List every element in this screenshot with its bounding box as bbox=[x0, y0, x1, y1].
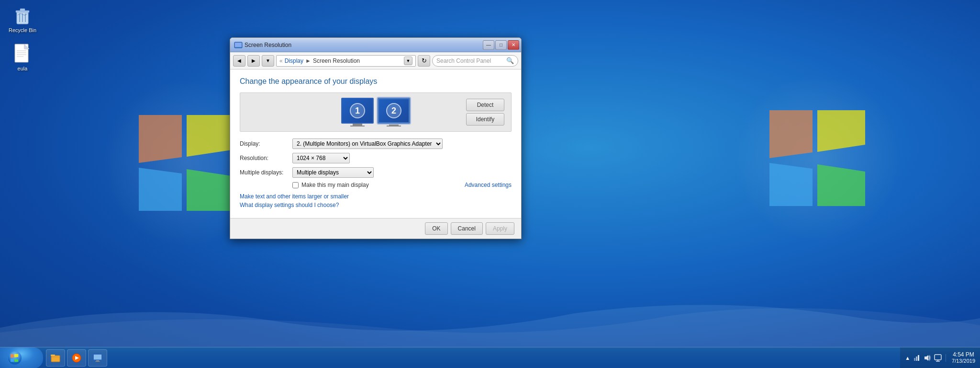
window-footer: OK Cancel Apply bbox=[230, 218, 521, 239]
main-display-checkbox[interactable] bbox=[292, 182, 299, 188]
breadcrumb-separator: ► bbox=[305, 58, 311, 64]
svg-rect-17 bbox=[51, 355, 55, 356]
breadcrumb-display[interactable]: Display bbox=[285, 58, 303, 64]
breadcrumb-back-icon: « bbox=[279, 58, 283, 64]
eula-label: eula bbox=[18, 66, 28, 71]
window-title: Screen Resolution bbox=[245, 42, 291, 48]
window-content: Change the appearance of your displays 1… bbox=[230, 69, 521, 218]
detect-button[interactable]: Detect bbox=[466, 99, 504, 111]
resolution-row: Resolution: 1024 × 768 bbox=[240, 153, 512, 163]
svg-rect-28 bbox=[935, 355, 941, 360]
tray-show-hidden-icon[interactable]: ▲ bbox=[905, 355, 910, 361]
resolution-control: 1024 × 768 bbox=[292, 153, 512, 163]
monitor-1-icon[interactable]: 1 bbox=[341, 98, 374, 126]
tray-action-center-icon bbox=[934, 354, 942, 362]
win-logo-right bbox=[726, 67, 908, 249]
recent-button[interactable]: ▼ bbox=[262, 55, 274, 67]
svg-rect-14 bbox=[235, 43, 242, 47]
tray-network-icon bbox=[913, 354, 921, 362]
monitor-2-number: 2 bbox=[386, 103, 401, 118]
monitor-2-screen: 2 bbox=[378, 98, 410, 124]
text-size-link[interactable]: Make text and other items larger or smal… bbox=[240, 193, 349, 200]
back-button[interactable]: ◀ bbox=[233, 55, 245, 67]
titlebar: Screen Resolution — □ ✕ bbox=[230, 38, 521, 52]
advanced-settings-link[interactable]: Advanced settings bbox=[465, 182, 512, 188]
multiple-displays-control: Multiple displays bbox=[292, 167, 512, 178]
svg-point-1 bbox=[731, 72, 903, 244]
clock-date: 7/13/2019 bbox=[952, 358, 975, 364]
taskbar: ▲ bbox=[0, 347, 980, 368]
taskbar-media-button[interactable] bbox=[67, 349, 86, 367]
cancel-button[interactable]: Cancel bbox=[451, 222, 483, 235]
svg-marker-27 bbox=[924, 355, 928, 361]
svg-point-15 bbox=[8, 351, 22, 365]
display-control: 2. (Multiple Monitors) on VirtualBox Gra… bbox=[292, 138, 512, 149]
resolution-dropdown[interactable]: 1024 × 768 bbox=[292, 153, 350, 163]
resolution-label: Resolution: bbox=[240, 155, 292, 161]
display-dropdown[interactable]: 2. (Multiple Monitors) on VirtualBox Gra… bbox=[292, 138, 443, 149]
link-row-1: Make text and other items larger or smal… bbox=[240, 193, 512, 200]
ok-button[interactable]: OK bbox=[425, 222, 447, 235]
multiple-displays-dropdown[interactable]: Multiple displays bbox=[292, 167, 374, 178]
eula-icon[interactable]: eula bbox=[6, 43, 39, 71]
svg-rect-25 bbox=[916, 356, 917, 361]
start-button[interactable] bbox=[0, 347, 43, 368]
monitors-container: 1 2 bbox=[341, 98, 410, 126]
search-bar[interactable]: Search Control Panel 🔍 bbox=[432, 55, 518, 67]
monitor-1-screen: 1 bbox=[341, 98, 374, 124]
monitor-1-stand bbox=[350, 126, 365, 126]
titlebar-controls: — □ ✕ bbox=[483, 40, 519, 50]
monitor-2-stand bbox=[387, 126, 401, 126]
system-clock[interactable]: 4:54 PM 7/13/2019 bbox=[948, 351, 975, 365]
svg-rect-23 bbox=[95, 361, 100, 362]
forward-button[interactable]: ▶ bbox=[247, 55, 260, 67]
main-display-label: Make this my main display bbox=[301, 182, 369, 188]
minimize-button[interactable]: — bbox=[483, 40, 494, 50]
addressbar: ◀ ▶ ▼ « Display ► Screen Resolution ▼ ↻ … bbox=[230, 52, 521, 69]
svg-rect-26 bbox=[918, 355, 919, 361]
window-heading: Change the appearance of your displays bbox=[240, 77, 512, 86]
display-row: Display: 2. (Multiple Monitors) on Virtu… bbox=[240, 138, 512, 149]
identify-button[interactable]: Identify bbox=[466, 113, 504, 126]
display-label: Display: bbox=[240, 140, 292, 147]
svg-rect-24 bbox=[914, 358, 915, 361]
screen-resolution-window: Screen Resolution — □ ✕ ◀ ▶ ▼ « Display … bbox=[230, 37, 522, 239]
maximize-button[interactable]: □ bbox=[495, 40, 507, 50]
taskbar-display-button[interactable] bbox=[88, 349, 107, 367]
search-icon: 🔍 bbox=[506, 57, 514, 64]
svg-rect-21 bbox=[94, 355, 101, 359]
svg-rect-22 bbox=[96, 360, 99, 361]
main-display-row: Make this my main display Advanced setti… bbox=[240, 182, 512, 188]
tray-icons: ▲ bbox=[905, 354, 946, 362]
breadcrumb-current: Screen Resolution bbox=[313, 58, 360, 64]
svg-rect-4 bbox=[20, 9, 25, 11]
breadcrumb-dropdown[interactable]: ▼ bbox=[404, 57, 412, 65]
svg-rect-16 bbox=[51, 356, 60, 362]
detect-identify-buttons: Detect Identify bbox=[466, 99, 504, 126]
search-placeholder: Search Control Panel bbox=[436, 58, 491, 64]
monitor-1-number: 1 bbox=[350, 103, 365, 118]
multiple-displays-label: Multiple displays: bbox=[240, 169, 292, 176]
recycle-bin-label: Recycle Bin bbox=[9, 27, 36, 33]
breadcrumb: « Display ► Screen Resolution ▼ bbox=[276, 55, 416, 67]
multiple-displays-row: Multiple displays: Multiple displays bbox=[240, 167, 512, 178]
monitor-2-icon[interactable]: 2 bbox=[378, 98, 410, 126]
monitor-preview-area: 1 2 Detect Identify bbox=[240, 92, 512, 132]
desktop: Recycle Bin eula Screen Resolution — □ bbox=[0, 0, 980, 368]
desktop-swirl bbox=[0, 289, 980, 347]
system-tray: ▲ bbox=[900, 347, 980, 368]
refresh-button[interactable]: ↻ bbox=[418, 55, 430, 67]
recycle-bin-icon[interactable]: Recycle Bin bbox=[6, 5, 39, 33]
main-display-checkbox-row: Make this my main display bbox=[292, 182, 369, 188]
display-settings-link[interactable]: What display settings should I choose? bbox=[240, 202, 339, 208]
link-row-2: What display settings should I choose? bbox=[240, 202, 512, 208]
apply-button[interactable]: Apply bbox=[486, 222, 514, 235]
taskbar-explorer-button[interactable] bbox=[46, 349, 65, 367]
tray-volume-icon bbox=[924, 354, 931, 362]
close-button[interactable]: ✕ bbox=[508, 40, 519, 50]
clock-time: 4:54 PM bbox=[953, 351, 974, 358]
